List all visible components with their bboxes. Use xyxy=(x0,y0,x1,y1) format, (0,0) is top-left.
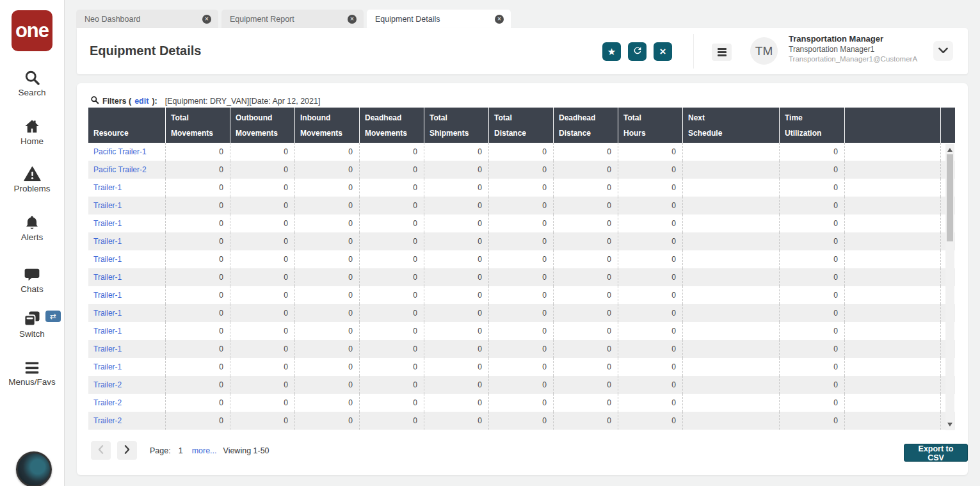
cell-total-movements: 0 xyxy=(166,268,230,286)
column-header-total-hours[interactable]: TotalHours xyxy=(618,108,683,143)
cell-time-utilization: 0 xyxy=(780,286,845,304)
resource-link[interactable]: Trailer-2 xyxy=(88,416,122,425)
cell-total-distance: 0 xyxy=(489,358,554,376)
cell-inbound-movements: 0 xyxy=(295,215,360,232)
column-header-time-utilization[interactable]: TimeUtilization xyxy=(780,108,845,143)
cell-inbound-movements: 0 xyxy=(295,232,360,250)
previous-page-button[interactable] xyxy=(91,441,111,460)
cell-next-schedule xyxy=(683,197,780,215)
table-body: Pacific Trailer-1000000000Pacific Traile… xyxy=(88,143,955,430)
cell-next-schedule xyxy=(683,250,780,268)
cell-total-shipments: 0 xyxy=(424,394,489,412)
more-pages-link[interactable]: more... xyxy=(192,446,217,455)
cell-spacer xyxy=(845,197,941,215)
resource-link[interactable]: Trailer-1 xyxy=(88,201,122,210)
scroll-down-arrow-icon[interactable] xyxy=(947,423,952,426)
resource-link[interactable]: Pacific Trailer-1 xyxy=(88,147,147,156)
column-header-resource[interactable]: Resource xyxy=(88,108,166,143)
cell-outbound-movements: 0 xyxy=(230,268,295,286)
resource-link[interactable]: Trailer-1 xyxy=(88,273,122,282)
sidebar-item-label: Chats xyxy=(0,284,64,294)
resource-link[interactable]: Trailer-2 xyxy=(88,380,122,389)
cell-deadhead-movements: 0 xyxy=(360,250,424,268)
header-menu-button[interactable] xyxy=(712,44,732,61)
sidebar-item-search[interactable]: Search xyxy=(0,69,64,97)
cell-inbound-movements: 0 xyxy=(295,340,360,358)
favorite-button[interactable]: ★ xyxy=(602,42,621,61)
column-header-deadhead-movements[interactable]: DeadheadMovements xyxy=(360,108,424,143)
resource-link[interactable]: Trailer-1 xyxy=(88,327,122,336)
filters-edit-link[interactable]: edit xyxy=(134,97,149,106)
sidebar-item-label: Alerts xyxy=(0,232,64,242)
tab-equipment-details[interactable]: Equipment Details × xyxy=(367,10,511,30)
resource-link[interactable]: Pacific Trailer-2 xyxy=(88,165,147,174)
cell-inbound-movements: 0 xyxy=(295,358,360,376)
one-logo[interactable]: one xyxy=(12,10,52,51)
tab-close-icon[interactable]: × xyxy=(495,15,504,24)
sidebar-item-problems[interactable]: Problems xyxy=(0,165,64,193)
sidebar-item-alerts[interactable]: Alerts xyxy=(0,214,64,242)
cell-total-shipments: 0 xyxy=(424,232,489,250)
star-icon: ★ xyxy=(607,46,616,58)
table-row: Trailer-1000000000 xyxy=(88,340,955,358)
cell-total-movements: 0 xyxy=(166,340,230,358)
column-header-outbound-movements[interactable]: OutboundMovements xyxy=(230,108,295,143)
vertical-scrollbar[interactable] xyxy=(945,144,954,430)
column-header-spacer[interactable] xyxy=(845,108,941,143)
cell-deadhead-distance: 0 xyxy=(554,412,618,430)
column-header-total-shipments[interactable]: TotalShipments xyxy=(424,108,489,143)
resource-link[interactable]: Trailer-1 xyxy=(88,237,122,246)
resource-link[interactable]: Trailer-1 xyxy=(88,291,122,300)
close-icon: × xyxy=(660,45,666,58)
cell-deadhead-movements: 0 xyxy=(360,304,424,322)
tab-close-icon[interactable]: × xyxy=(202,15,211,24)
cell-deadhead-distance: 0 xyxy=(554,394,618,412)
cell-total-hours: 0 xyxy=(618,268,683,286)
tab-equipment-report[interactable]: Equipment Report × xyxy=(221,10,364,28)
sidebar-item-home[interactable]: Home xyxy=(0,118,64,146)
cell-deadhead-distance: 0 xyxy=(554,268,618,286)
hamburger-icon xyxy=(718,48,727,50)
resource-link[interactable]: Trailer-1 xyxy=(88,344,122,353)
neo-assistant-logo[interactable] xyxy=(16,451,52,486)
resource-link[interactable]: Trailer-2 xyxy=(88,398,122,407)
sidebar-item-chats[interactable]: Chats xyxy=(0,266,64,294)
avatar[interactable]: TM xyxy=(750,37,778,65)
column-header-total-movements[interactable]: TotalMovements xyxy=(166,108,230,143)
column-header-next-schedule[interactable]: NextSchedule xyxy=(683,108,780,143)
resource-link[interactable]: Trailer-1 xyxy=(88,362,122,371)
page-title: Equipment Details xyxy=(90,44,201,58)
scrollbar-thumb[interactable] xyxy=(947,154,953,241)
resource-link[interactable]: Trailer-1 xyxy=(88,219,122,228)
column-header-total-distance[interactable]: TotalDistance xyxy=(489,108,554,143)
swap-arrows-badge[interactable]: ⇄ xyxy=(45,311,61,322)
cell-outbound-movements: 0 xyxy=(230,179,295,197)
cell-spacer xyxy=(845,268,941,286)
export-to-csv-button[interactable]: Export to CSV xyxy=(904,444,968,462)
next-page-button[interactable] xyxy=(117,441,137,460)
user-menu-dropdown-button[interactable] xyxy=(933,41,953,61)
cell-total-hours: 0 xyxy=(618,322,683,340)
filters-label: Filters ( xyxy=(102,97,131,106)
refresh-button[interactable] xyxy=(628,42,647,61)
column-header-deadhead-distance[interactable]: DeadheadDistance xyxy=(554,108,618,143)
bell-icon xyxy=(0,214,64,231)
column-header-spacer-end[interactable] xyxy=(941,108,955,143)
sidebar-item-switch[interactable]: ⇄ Switch xyxy=(0,310,64,339)
sidebar-item-menus-favs[interactable]: Menus/Favs xyxy=(0,360,64,387)
cell-total-movements: 0 xyxy=(166,376,230,394)
resource-link[interactable]: Trailer-1 xyxy=(88,183,122,192)
close-page-button[interactable]: × xyxy=(654,42,672,61)
resource-link[interactable]: Trailer-1 xyxy=(88,309,122,318)
scroll-up-arrow-icon[interactable] xyxy=(947,148,952,152)
resource-link[interactable]: Trailer-1 xyxy=(88,255,122,264)
cell-total-movements: 0 xyxy=(166,143,230,161)
cell-spacer xyxy=(845,304,941,322)
tab-close-icon[interactable]: × xyxy=(348,15,357,24)
cell-total-distance: 0 xyxy=(489,286,554,304)
column-header-inbound-movements[interactable]: InboundMovements xyxy=(295,108,360,143)
tab-neo-dashboard[interactable]: Neo Dashboard × xyxy=(76,10,218,28)
header-panel: Equipment Details ★ × TM Transportation … xyxy=(77,28,968,74)
cell-total-distance: 0 xyxy=(489,268,554,286)
user-email: Transportation_Manager1@CustomerA xyxy=(789,56,917,63)
